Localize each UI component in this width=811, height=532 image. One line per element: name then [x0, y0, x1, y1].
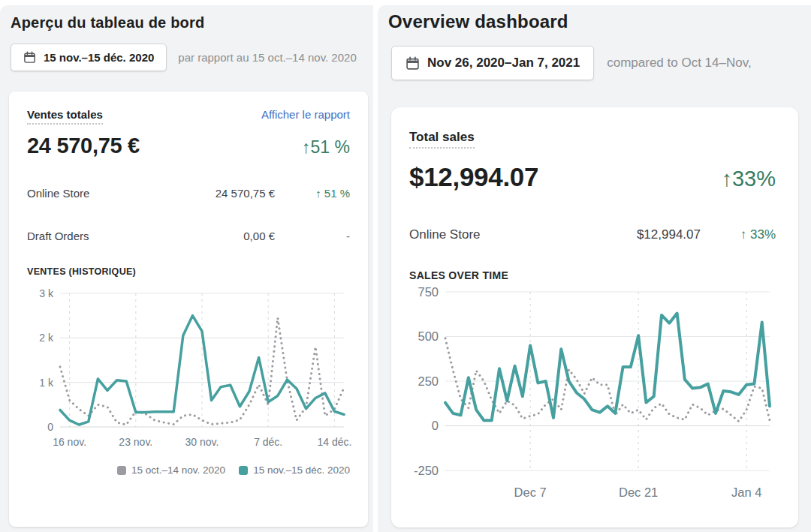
svg-text:14 déc.: 14 déc. — [317, 436, 351, 448]
total-sales-card: Total sales $12,994.07 ↑33% Online Store… — [391, 107, 798, 527]
channel-breakdown: Online Store 24 570,75 € ↑ 51 % Draft Or… — [27, 184, 350, 245]
view-report-link[interactable]: Afficher le rapport — [261, 108, 350, 121]
row-delta: ↑ 51 % — [275, 187, 350, 200]
table-row: Online Store 24 570,75 € ↑ 51 % — [27, 184, 350, 202]
svg-text:0: 0 — [432, 419, 439, 432]
total-sales-amount: 24 570,75 € — [27, 134, 140, 158]
date-range-label: Nov 26, 2020–Jan 7, 2021 — [427, 56, 580, 71]
legend-swatch-gray — [117, 466, 126, 475]
date-range-button[interactable]: Nov 26, 2020–Jan 7, 2021 — [391, 46, 594, 80]
date-filter-row: Nov 26, 2020–Jan 7, 2021 compared to Oct… — [391, 46, 811, 80]
total-sales-delta: ↑33% — [721, 167, 776, 191]
panel-english-dashboard: Overview dashboard Nov 26, 2020–Jan 7, 2… — [378, 5, 811, 532]
svg-text:500: 500 — [418, 329, 439, 343]
row-value: 0,00 € — [155, 230, 275, 242]
total-sales-amount: $12,994.07 — [409, 162, 538, 192]
svg-text:Jan 4: Jan 4 — [731, 485, 761, 499]
legend-item-current-period: 15 nov.–15 déc. 2020 — [239, 464, 350, 476]
page-title: Overview dashboard — [388, 11, 811, 32]
row-value: $12,994.07 — [580, 227, 701, 242]
svg-text:30 nov.: 30 nov. — [185, 436, 219, 448]
date-filter-row: 15 nov.–15 déc. 2020 par rapport au 15 o… — [11, 44, 373, 71]
svg-text:Dec 7: Dec 7 — [514, 485, 547, 499]
row-label: Draft Orders — [27, 230, 155, 242]
svg-text:2 k: 2 k — [39, 332, 54, 344]
total-sales-delta: ↑51 % — [302, 137, 350, 158]
svg-text:750: 750 — [418, 285, 439, 299]
chart-heading: SALES OVER TIME — [409, 269, 776, 281]
svg-text:7 déc.: 7 déc. — [254, 436, 282, 448]
svg-text:23 nov.: 23 nov. — [119, 436, 152, 448]
panel-french-dashboard: Aperçu du tableau de bord 15 nov.–15 déc… — [0, 5, 373, 532]
legend-swatch-teal — [239, 466, 248, 475]
svg-text:3 k: 3 k — [39, 287, 54, 299]
chart-heading: VENTES (HISTORIQUE) — [27, 266, 350, 277]
channel-breakdown: Online Store $12,994.07 ↑ 33% — [409, 225, 776, 245]
row-delta: ↑ 33% — [701, 227, 776, 242]
metric-label[interactable]: Ventes totales — [27, 108, 103, 125]
sales-history-chart: 01 k2 k3 k16 nov.23 nov.30 nov.7 déc.14 … — [27, 283, 353, 455]
sales-over-time-chart: 7505002500-250Dec 7Dec 21Jan 4 — [406, 284, 776, 506]
date-range-button[interactable]: 15 nov.–15 déc. 2020 — [11, 44, 167, 71]
row-value: 24 570,75 € — [155, 187, 275, 200]
svg-text:-250: -250 — [414, 464, 439, 477]
calendar-icon — [406, 56, 420, 71]
svg-text:0: 0 — [47, 421, 53, 433]
svg-text:250: 250 — [418, 374, 439, 388]
metric-label[interactable]: Total sales — [409, 130, 475, 149]
dashboard-comparison-screenshot: Aperçu du tableau de bord 15 nov.–15 déc… — [0, 0, 811, 532]
table-row: Draft Orders 0,00 € - — [27, 227, 350, 245]
row-delta: - — [275, 230, 350, 242]
legend-item-previous-period: 15 oct.–14 nov. 2020 — [117, 464, 225, 476]
row-label: Online Store — [27, 187, 155, 200]
row-label: Online Store — [409, 227, 580, 242]
calendar-icon — [23, 51, 36, 64]
comparison-period-text: par rapport au 15 oct.–14 nov. 2020 — [178, 51, 356, 64]
chart-legend: 15 oct.–14 nov. 2020 15 nov.–15 déc. 202… — [27, 464, 350, 476]
svg-text:Dec 21: Dec 21 — [619, 485, 658, 499]
svg-text:16 nov.: 16 nov. — [53, 436, 86, 448]
table-row: Online Store $12,994.07 ↑ 33% — [409, 225, 776, 245]
svg-text:1 k: 1 k — [39, 377, 54, 389]
total-sales-card: Ventes totales Afficher le rapport 24 57… — [9, 92, 368, 527]
comparison-period-text: compared to Oct 14–Nov, — [607, 56, 751, 71]
date-range-label: 15 nov.–15 déc. 2020 — [44, 51, 154, 64]
page-title: Aperçu du tableau de bord — [11, 14, 373, 32]
